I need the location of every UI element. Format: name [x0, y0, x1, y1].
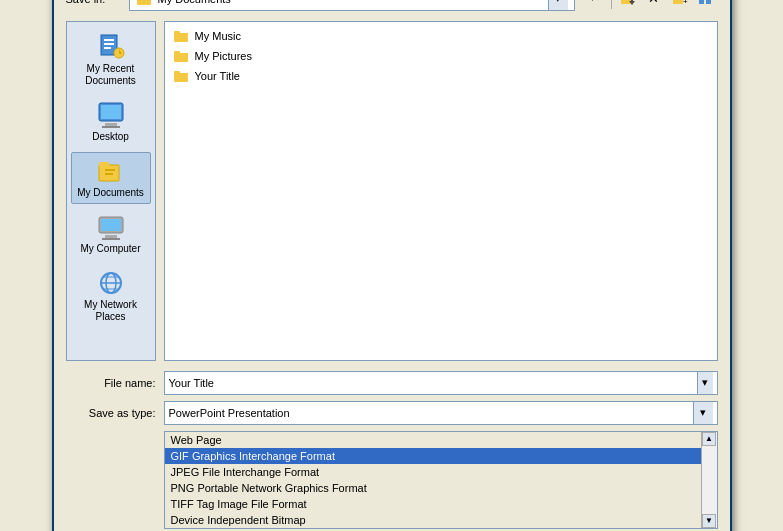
svg-rect-20 — [101, 105, 121, 119]
folder-icon — [136, 0, 152, 7]
sidebar-item-network[interactable]: My Network Places — [71, 264, 151, 328]
my-docs-icon — [97, 157, 125, 185]
sidebar-item-desktop[interactable]: Desktop — [71, 96, 151, 148]
dropdown-item-webpage[interactable]: Web Page — [165, 432, 701, 448]
sidebar-item-mycomp[interactable]: My Computer — [71, 208, 151, 260]
svg-rect-10 — [699, 0, 704, 4]
svg-rect-25 — [105, 169, 115, 171]
svg-rect-37 — [174, 31, 180, 34]
sidebar-label-recent: My Recent Documents — [74, 63, 148, 87]
views-icon — [698, 0, 714, 7]
save-in-row: Save in: My Documents ▾ ← — [66, 0, 718, 11]
svg-rect-40 — [174, 73, 188, 82]
dropdown-item-jpeg[interactable]: JPEG File Interchange Format — [165, 464, 701, 480]
dropdown-item-png[interactable]: PNG Portable Network Graphics Format — [165, 480, 701, 496]
svg-rect-29 — [105, 235, 117, 238]
svg-rect-26 — [105, 173, 113, 175]
save-as-dialog: Save As ? ✕ Save in: My Documents ▾ ← — [52, 0, 732, 531]
svg-rect-22 — [102, 126, 120, 128]
list-item[interactable]: Your Title — [169, 66, 713, 86]
svg-rect-15 — [104, 43, 114, 45]
dropdown-item-dib[interactable]: Device Independent Bitmap — [165, 512, 701, 528]
dropdown-items: Web Page GIF Graphics Interchange Format… — [165, 432, 701, 528]
dialog-body: Save in: My Documents ▾ ← — [54, 0, 730, 531]
file-list[interactable]: My Music My Pictures Your Title — [164, 21, 718, 361]
svg-rect-38 — [174, 53, 188, 62]
list-item[interactable]: My Music — [169, 26, 713, 46]
sidebar-item-mydocs[interactable]: My Documents — [71, 152, 151, 204]
save-in-label: Save in: — [66, 0, 121, 5]
up-one-level-button[interactable] — [616, 0, 640, 11]
svg-text:+: + — [683, 0, 688, 6]
dropdown-item-tiff[interactable]: TIFF Tag Image File Format — [165, 496, 701, 512]
my-computer-icon — [97, 213, 125, 241]
new-folder-icon: + — [672, 0, 688, 7]
save-in-dropdown-arrow[interactable]: ▾ — [548, 0, 568, 10]
views-button[interactable] — [694, 0, 718, 11]
svg-rect-16 — [104, 47, 111, 49]
recent-docs-icon — [97, 33, 125, 61]
dropdown-list: Web Page GIF Graphics Interchange Format… — [164, 431, 718, 529]
file-name-row: File name: Your Title ▾ — [66, 371, 718, 395]
file-item-name: My Music — [195, 30, 241, 42]
file-name-arrow[interactable]: ▾ — [697, 372, 713, 394]
scroll-up-button[interactable]: ▲ — [702, 432, 716, 446]
sidebar-label-mycomp: My Computer — [80, 243, 140, 255]
save-in-value: My Documents — [158, 0, 542, 5]
sidebar-label-mydocs: My Documents — [77, 187, 144, 199]
main-area: My Recent Documents Desktop — [66, 21, 718, 361]
sidebar-label-desktop: Desktop — [92, 131, 129, 143]
file-name-value: Your Title — [169, 377, 697, 389]
bottom-form: File name: Your Title ▾ Save as type: Po… — [66, 371, 718, 532]
svg-rect-41 — [174, 71, 180, 74]
dropdown-scrollbar[interactable]: ▲ ▼ — [701, 432, 717, 528]
list-item[interactable]: My Pictures — [169, 46, 713, 66]
svg-rect-39 — [174, 51, 180, 54]
separator — [611, 0, 612, 9]
svg-rect-14 — [104, 39, 114, 41]
left-panel: My Recent Documents Desktop — [66, 21, 156, 361]
save-type-value: PowerPoint Presentation — [169, 407, 693, 419]
save-type-combo[interactable]: PowerPoint Presentation ▾ — [164, 401, 718, 425]
file-name-input[interactable]: Your Title ▾ — [164, 371, 718, 395]
scroll-down-button[interactable]: ▼ — [702, 514, 716, 528]
delete-button[interactable]: ✕ — [642, 0, 666, 11]
desktop-icon — [97, 101, 125, 129]
new-folder-button[interactable]: + — [668, 0, 692, 11]
toolbar-buttons: ← ✕ + — [583, 0, 718, 11]
folder-icon — [173, 48, 189, 64]
file-item-name: Your Title — [195, 70, 240, 82]
save-type-row: Save as type: PowerPoint Presentation ▾ — [66, 401, 718, 425]
svg-rect-28 — [101, 219, 121, 231]
svg-rect-24 — [99, 162, 109, 167]
sidebar-label-network: My Network Places — [74, 299, 148, 323]
save-type-arrow[interactable]: ▾ — [693, 402, 713, 424]
go-back-button[interactable]: ← — [583, 0, 607, 11]
svg-rect-5 — [673, 0, 683, 4]
dropdown-item-gif[interactable]: GIF Graphics Interchange Format — [165, 448, 701, 464]
save-in-combo[interactable]: My Documents ▾ — [129, 0, 575, 11]
svg-rect-36 — [174, 33, 188, 42]
svg-rect-11 — [706, 0, 711, 4]
svg-rect-0 — [137, 0, 151, 5]
file-item-name: My Pictures — [195, 50, 252, 62]
sidebar-item-recent[interactable]: My Recent Documents — [71, 28, 151, 92]
svg-rect-21 — [105, 123, 117, 126]
folder-icon — [173, 28, 189, 44]
svg-rect-30 — [102, 238, 120, 240]
file-name-label: File name: — [66, 377, 156, 389]
network-places-icon — [97, 269, 125, 297]
up-folder-icon — [620, 0, 636, 7]
save-type-label: Save as type: — [66, 407, 156, 419]
folder-icon — [173, 68, 189, 84]
